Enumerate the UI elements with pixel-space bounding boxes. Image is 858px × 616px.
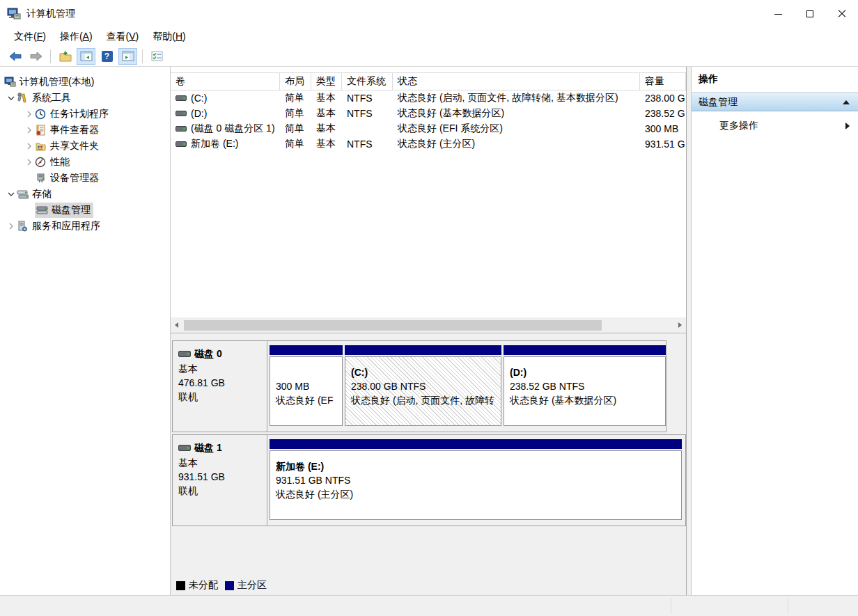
shared-folders-icon [35,141,47,152]
menu-action[interactable]: 操作(A) [53,29,100,45]
chevron-collapsed-icon[interactable] [6,221,17,232]
volume-icon [176,126,187,132]
tree-item-shared-folders[interactable]: 共享文件夹 [0,138,170,154]
chevron-expanded-icon[interactable] [6,189,17,200]
legend-label: 未分配 [189,579,218,592]
disk-status: 联机 [178,484,267,498]
disk-graphical-view: 磁盘 0 基本 476.81 GB 联机 300 MB 状态良好 (EF [171,333,686,595]
disk-type: 基本 [178,456,267,470]
more-actions-item[interactable]: 更多操作 [692,117,858,135]
scrollbar-thumb[interactable] [184,320,602,331]
app-icon [7,8,21,20]
title-bar: 计算机管理 [0,0,858,28]
event-viewer-icon [35,125,47,136]
tree-item-computer-management[interactable]: 计算机管理(本地) [0,74,170,90]
tree-item-task-scheduler[interactable]: 任务计划程序 [0,106,170,122]
selected-highlight: 磁盘管理 [35,203,93,218]
close-button[interactable] [826,0,858,28]
column-header-layout[interactable]: 布局 [280,73,311,90]
tree-item-storage[interactable]: 存储 [0,186,170,202]
close-icon [838,10,846,18]
column-header-filesystem[interactable]: 文件系统 [342,73,393,90]
show-action-pane-button[interactable] [118,48,137,65]
back-button[interactable] [6,48,24,65]
export-list-button[interactable] [56,48,75,65]
volume-row-e[interactable]: 新加卷 (E:) 简单 基本 NTFS 状态良好 (主分区) 931.51 G [171,136,686,152]
disk-icon [178,445,191,451]
volume-row-d[interactable]: (D:) 简单 基本 NTFS 状态良好 (基本数据分区) 238.52 G [171,106,686,121]
tree-item-label: 事件查看器 [50,124,99,136]
performance-icon [35,157,47,168]
volume-icon [176,95,187,101]
volume-row-disk0-partition1[interactable]: (磁盘 0 磁盘分区 1) 简单 基本 状态良好 (EFI 系统分区) 300 … [171,121,686,136]
tree-item-services-apps[interactable]: 服务和应用程序 [0,218,170,234]
properties-button[interactable] [148,48,166,65]
disk-1-label[interactable]: 磁盘 1 基本 931.51 GB 联机 [173,435,267,526]
column-header-type[interactable]: 类型 [311,73,342,90]
device-manager-icon [35,173,47,184]
statusbar-divider [788,598,788,614]
chevron-expanded-icon[interactable] [6,93,17,104]
disk-size: 476.81 GB [178,376,267,390]
actions-group-disk-management[interactable]: 磁盘管理 [692,93,858,111]
scroll-left-arrow-icon[interactable] [171,319,182,331]
partition-efi[interactable]: 300 MB 状态良好 (EF [270,345,343,426]
chevron-collapsed-icon[interactable] [24,109,35,120]
column-header-capacity[interactable]: 容量 [640,73,686,90]
tree-item-label: 共享文件夹 [50,140,99,152]
tree-item-event-viewer[interactable]: 事件查看器 [0,122,170,138]
chevron-none [24,205,35,216]
disk-0-label[interactable]: 磁盘 0 基本 476.81 GB 联机 [173,341,267,432]
partition-e[interactable]: 新加卷 (E:) 931.51 GB NTFS 状态良好 (主分区) [270,439,682,520]
chevron-collapsed-icon[interactable] [24,125,35,136]
storage-icon [17,189,29,200]
minimize-button[interactable] [762,0,794,28]
volume-icon [176,111,187,116]
scroll-right-arrow-icon[interactable] [674,319,686,331]
tree-item-label: 任务计划程序 [50,108,109,120]
properties-icon [151,51,163,61]
maximize-button[interactable] [794,0,826,28]
legend-label: 主分区 [237,579,267,592]
partition-color-bar [504,345,666,355]
menu-file[interactable]: 文件(F) [7,29,53,45]
chevron-collapsed-icon[interactable] [24,157,35,168]
main-content: 计算机管理(本地) 系统工具 [0,67,858,595]
tree-item-label: 计算机管理(本地) [20,76,94,88]
volume-row-c[interactable]: (C:) 简单 基本 NTFS 状态良好 (启动, 页面文件, 故障转储, 基本… [171,90,686,106]
tree-item-label: 磁盘管理 [52,204,91,216]
partition-c[interactable]: (C:) 238.00 GB NTFS 状态良好 (启动, 页面文件, 故障转 [345,345,501,426]
menu-view[interactable]: 查看(V) [100,29,146,45]
task-scheduler-icon [35,109,47,120]
tree-item-system-tools[interactable]: 系统工具 [0,90,170,106]
disk-0-row: 磁盘 0 基本 476.81 GB 联机 300 MB 状态良好 (EF [172,340,666,432]
disk-type: 基本 [178,362,267,376]
actions-panel: 操作 磁盘管理 更多操作 [691,67,858,595]
show-console-tree-button[interactable] [77,48,95,65]
tree-item-performance[interactable]: 性能 [0,154,170,170]
partition-color-bar [270,439,682,449]
column-header-status[interactable]: 状态 [393,73,640,90]
help-icon: ? [102,51,113,62]
export-list-icon [59,51,72,62]
menu-help[interactable]: 帮助(H) [146,29,192,45]
partition-color-bar [345,345,501,355]
horizontal-scrollbar[interactable] [171,317,686,333]
chevron-collapsed-icon[interactable] [24,141,35,152]
help-button[interactable]: ? [98,48,116,65]
tree-item-label: 存储 [32,188,52,200]
disk-1-partitions: 新加卷 (E:) 931.51 GB NTFS 状态良好 (主分区) [267,435,685,526]
show-action-pane-icon [122,51,134,61]
tree-item-device-manager[interactable]: 设备管理器 [0,170,170,186]
tree-item-label: 服务和应用程序 [32,220,100,232]
unallocated-swatch-icon [176,581,185,590]
tree-item-disk-management[interactable]: 磁盘管理 [0,202,170,218]
tree-item-label: 性能 [50,156,70,168]
forward-button[interactable] [26,48,45,65]
column-header-volume[interactable]: 卷 [171,73,280,90]
disk-size: 931.51 GB [178,470,267,484]
partition-d[interactable]: (D:) 238.52 GB NTFS 状态良好 (基本数据分区) [504,345,666,426]
tree-item-label: 系统工具 [32,92,71,104]
toolbar-separator [50,49,51,63]
collapse-icon[interactable] [843,100,850,104]
